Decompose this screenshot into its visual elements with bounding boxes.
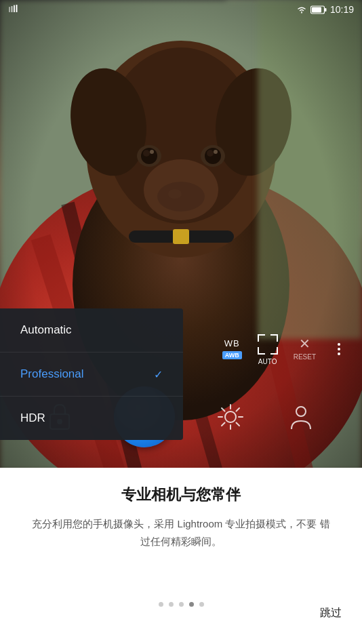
pagination-dot-3: [179, 602, 184, 607]
pagination-dots: [159, 602, 204, 607]
three-dots-icon: [332, 338, 346, 361]
reset-button[interactable]: ✕ RESET: [294, 337, 316, 361]
dropdown-item-professional[interactable]: Professional ✓: [0, 353, 183, 397]
reset-x-icon: ✕: [299, 337, 310, 350]
mode-dropdown: Automatic Professional ✓ HDR: [0, 308, 183, 440]
svg-rect-0: [9, 7, 10, 12]
status-time: 10:19: [330, 4, 354, 15]
svg-line-40: [222, 408, 225, 411]
svg-line-42: [237, 408, 240, 411]
svg-line-41: [237, 423, 240, 426]
wifi-icon: [296, 5, 307, 14]
dropdown-item-automatic[interactable]: Automatic: [0, 308, 183, 353]
sun-icon: [216, 402, 245, 432]
portrait-icon: [286, 402, 316, 432]
wb-badge: AWB: [222, 351, 242, 359]
reset-label: RESET: [294, 353, 316, 361]
svg-rect-2: [14, 5, 15, 13]
svg-line-43: [222, 423, 225, 426]
svg-rect-1: [12, 6, 13, 12]
svg-point-35: [225, 411, 236, 422]
svg-rect-5: [325, 8, 327, 12]
dropdown-item-hdr-label: HDR: [20, 411, 45, 425]
auto-label: AUTO: [258, 358, 277, 365]
pagination-dot-2: [169, 602, 174, 607]
status-bar-left: [8, 5, 19, 14]
pagination-dot-1: [159, 602, 163, 607]
svg-point-44: [296, 407, 306, 416]
pagination-dot-4: [189, 602, 194, 607]
bottom-description: 充分利用您的手机摄像头，采用 Lightroom 专业拍摄模式，不要 错过任何精…: [27, 515, 335, 550]
dropdown-item-professional-label: Professional: [20, 367, 84, 381]
svg-rect-6: [312, 7, 321, 12]
pagination-dot-5: [199, 602, 204, 607]
portrait-button[interactable]: [286, 402, 316, 432]
sim-icon: [8, 5, 19, 14]
wb-label: WB: [224, 338, 240, 348]
bottom-title: 专业相机与您常伴: [121, 485, 241, 505]
af-bracket-icon: [256, 332, 280, 357]
battery-icon: [310, 5, 327, 14]
skip-button[interactable]: 跳过: [320, 606, 342, 620]
dropdown-item-hdr[interactable]: HDR: [0, 397, 183, 440]
bottom-panel: 专业相机与您常伴 充分利用您的手机摄像头，采用 Lightroom 专业拍摄模式…: [0, 468, 362, 644]
wb-button[interactable]: WB AWB: [222, 338, 242, 359]
svg-rect-3: [16, 5, 18, 12]
more-options-button[interactable]: [329, 335, 348, 363]
status-bar-right: 10:19: [296, 4, 354, 15]
exposure-button[interactable]: [216, 402, 245, 432]
checkmark-icon: ✓: [154, 368, 163, 381]
af-button[interactable]: AUTO: [256, 332, 280, 365]
status-bar: 10:19: [0, 0, 362, 19]
dropdown-item-automatic-label: Automatic: [20, 323, 72, 337]
